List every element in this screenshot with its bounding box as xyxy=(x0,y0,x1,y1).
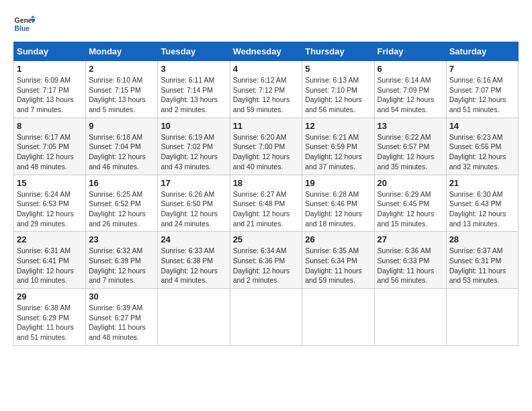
calendar-cell: 14Sunrise: 6:23 AMSunset: 6:55 PMDayligh… xyxy=(446,118,518,175)
day-number: 17 xyxy=(161,178,226,188)
calendar-cell: 19Sunrise: 6:28 AMSunset: 6:46 PMDayligh… xyxy=(302,175,374,232)
calendar-cell: 7Sunrise: 6:16 AMSunset: 7:07 PMDaylight… xyxy=(446,61,518,118)
day-number: 30 xyxy=(89,291,154,302)
calendar-cell: 2Sunrise: 6:10 AMSunset: 7:15 PMDaylight… xyxy=(86,61,158,118)
day-number: 3 xyxy=(161,64,226,74)
calendar-cell: 9Sunrise: 6:18 AMSunset: 7:04 PMDaylight… xyxy=(86,118,158,175)
day-info: Sunrise: 6:24 AMSunset: 6:53 PMDaylight:… xyxy=(17,189,83,229)
calendar-cell: 21Sunrise: 6:30 AMSunset: 6:43 PMDayligh… xyxy=(446,175,518,232)
calendar-cell: 28Sunrise: 6:37 AMSunset: 6:31 PMDayligh… xyxy=(446,232,518,289)
calendar-cell: 13Sunrise: 6:22 AMSunset: 6:57 PMDayligh… xyxy=(374,118,446,175)
day-info: Sunrise: 6:13 AMSunset: 7:10 PMDaylight:… xyxy=(305,75,371,115)
calendar-table: SundayMondayTuesdayWednesdayThursdayFrid… xyxy=(13,42,519,346)
day-info: Sunrise: 6:32 AMSunset: 6:39 PMDaylight:… xyxy=(89,246,154,285)
calendar-cell: 11Sunrise: 6:20 AMSunset: 7:00 PMDayligh… xyxy=(230,118,302,175)
calendar-cell: 1Sunrise: 6:09 AMSunset: 7:17 PMDaylight… xyxy=(14,61,86,118)
day-number: 24 xyxy=(161,234,226,244)
day-info: Sunrise: 6:25 AMSunset: 6:52 PMDaylight:… xyxy=(89,189,154,229)
day-number: 5 xyxy=(305,64,371,74)
day-info: Sunrise: 6:22 AMSunset: 6:57 PMDaylight:… xyxy=(378,132,443,172)
day-number: 15 xyxy=(17,178,83,188)
svg-text:General: General xyxy=(15,17,35,24)
col-header-wednesday: Wednesday xyxy=(230,42,302,61)
page-header: General Blue xyxy=(13,13,519,35)
calendar-cell: 27Sunrise: 6:36 AMSunset: 6:33 PMDayligh… xyxy=(374,232,446,289)
day-info: Sunrise: 6:20 AMSunset: 7:00 PMDaylight:… xyxy=(233,132,300,172)
day-number: 6 xyxy=(378,64,443,74)
calendar-cell: 23Sunrise: 6:32 AMSunset: 6:39 PMDayligh… xyxy=(86,232,158,289)
day-info: Sunrise: 6:29 AMSunset: 6:45 PMDaylight:… xyxy=(378,189,443,229)
day-number: 29 xyxy=(17,291,83,302)
day-number: 7 xyxy=(449,64,515,74)
day-info: Sunrise: 6:39 AMSunset: 6:27 PMDaylight:… xyxy=(89,303,154,342)
day-info: Sunrise: 6:37 AMSunset: 6:31 PMDaylight:… xyxy=(449,246,515,285)
col-header-sunday: Sunday xyxy=(14,42,86,61)
calendar-cell xyxy=(158,289,230,346)
calendar-cell: 12Sunrise: 6:21 AMSunset: 6:59 PMDayligh… xyxy=(302,118,374,175)
calendar-cell: 26Sunrise: 6:35 AMSunset: 6:34 PMDayligh… xyxy=(302,232,374,289)
logo-icon: General Blue xyxy=(13,13,35,35)
day-number: 13 xyxy=(378,121,443,131)
col-header-saturday: Saturday xyxy=(446,42,518,61)
day-number: 26 xyxy=(305,234,371,244)
day-info: Sunrise: 6:30 AMSunset: 6:43 PMDaylight:… xyxy=(449,189,515,229)
day-info: Sunrise: 6:17 AMSunset: 7:05 PMDaylight:… xyxy=(17,132,83,172)
calendar-cell: 8Sunrise: 6:17 AMSunset: 7:05 PMDaylight… xyxy=(14,118,86,175)
day-number: 27 xyxy=(378,234,443,244)
day-info: Sunrise: 6:16 AMSunset: 7:07 PMDaylight:… xyxy=(449,75,515,115)
day-info: Sunrise: 6:27 AMSunset: 6:48 PMDaylight:… xyxy=(233,189,300,229)
col-header-thursday: Thursday xyxy=(302,42,374,61)
col-header-friday: Friday xyxy=(374,42,446,61)
day-number: 28 xyxy=(449,234,515,244)
col-header-tuesday: Tuesday xyxy=(158,42,230,61)
day-info: Sunrise: 6:23 AMSunset: 6:55 PMDaylight:… xyxy=(449,132,515,172)
calendar-cell: 15Sunrise: 6:24 AMSunset: 6:53 PMDayligh… xyxy=(14,175,86,232)
day-info: Sunrise: 6:34 AMSunset: 6:36 PMDaylight:… xyxy=(233,246,300,285)
day-number: 10 xyxy=(161,121,226,131)
col-header-monday: Monday xyxy=(86,42,158,61)
day-info: Sunrise: 6:21 AMSunset: 6:59 PMDaylight:… xyxy=(305,132,371,172)
day-number: 14 xyxy=(449,121,515,131)
calendar-cell: 29Sunrise: 6:38 AMSunset: 6:29 PMDayligh… xyxy=(14,289,86,346)
day-number: 12 xyxy=(305,121,371,131)
day-info: Sunrise: 6:38 AMSunset: 6:29 PMDaylight:… xyxy=(17,303,83,342)
svg-text:Blue: Blue xyxy=(15,25,30,32)
calendar-cell xyxy=(374,289,446,346)
logo: General Blue xyxy=(13,13,35,35)
day-number: 22 xyxy=(17,234,83,244)
day-info: Sunrise: 6:18 AMSunset: 7:04 PMDaylight:… xyxy=(89,132,154,172)
day-number: 20 xyxy=(378,178,443,188)
calendar-cell xyxy=(230,289,302,346)
calendar-cell: 24Sunrise: 6:33 AMSunset: 6:38 PMDayligh… xyxy=(158,232,230,289)
calendar-cell: 18Sunrise: 6:27 AMSunset: 6:48 PMDayligh… xyxy=(230,175,302,232)
day-number: 25 xyxy=(233,234,300,244)
day-info: Sunrise: 6:19 AMSunset: 7:02 PMDaylight:… xyxy=(161,132,226,172)
calendar-cell: 10Sunrise: 6:19 AMSunset: 7:02 PMDayligh… xyxy=(158,118,230,175)
day-number: 11 xyxy=(233,121,300,131)
day-info: Sunrise: 6:12 AMSunset: 7:12 PMDaylight:… xyxy=(233,75,300,115)
day-number: 4 xyxy=(233,64,300,74)
calendar-cell: 25Sunrise: 6:34 AMSunset: 6:36 PMDayligh… xyxy=(230,232,302,289)
calendar-cell: 17Sunrise: 6:26 AMSunset: 6:50 PMDayligh… xyxy=(158,175,230,232)
day-number: 23 xyxy=(89,234,154,244)
day-number: 2 xyxy=(89,64,154,74)
calendar-cell: 30Sunrise: 6:39 AMSunset: 6:27 PMDayligh… xyxy=(86,289,158,346)
day-number: 9 xyxy=(89,121,154,131)
calendar-cell: 22Sunrise: 6:31 AMSunset: 6:41 PMDayligh… xyxy=(14,232,86,289)
calendar-cell xyxy=(302,289,374,346)
calendar-cell: 4Sunrise: 6:12 AMSunset: 7:12 PMDaylight… xyxy=(230,61,302,118)
day-info: Sunrise: 6:10 AMSunset: 7:15 PMDaylight:… xyxy=(89,75,154,115)
day-number: 19 xyxy=(305,178,371,188)
day-number: 21 xyxy=(449,178,515,188)
calendar-cell xyxy=(446,289,518,346)
calendar-cell: 16Sunrise: 6:25 AMSunset: 6:52 PMDayligh… xyxy=(86,175,158,232)
calendar-cell: 20Sunrise: 6:29 AMSunset: 6:45 PMDayligh… xyxy=(374,175,446,232)
day-info: Sunrise: 6:31 AMSunset: 6:41 PMDaylight:… xyxy=(17,246,83,285)
day-info: Sunrise: 6:35 AMSunset: 6:34 PMDaylight:… xyxy=(305,246,371,285)
day-info: Sunrise: 6:11 AMSunset: 7:14 PMDaylight:… xyxy=(161,75,226,115)
day-info: Sunrise: 6:09 AMSunset: 7:17 PMDaylight:… xyxy=(17,75,83,115)
day-info: Sunrise: 6:28 AMSunset: 6:46 PMDaylight:… xyxy=(305,189,371,229)
calendar-cell: 3Sunrise: 6:11 AMSunset: 7:14 PMDaylight… xyxy=(158,61,230,118)
calendar-cell: 5Sunrise: 6:13 AMSunset: 7:10 PMDaylight… xyxy=(302,61,374,118)
calendar-cell: 6Sunrise: 6:14 AMSunset: 7:09 PMDaylight… xyxy=(374,61,446,118)
